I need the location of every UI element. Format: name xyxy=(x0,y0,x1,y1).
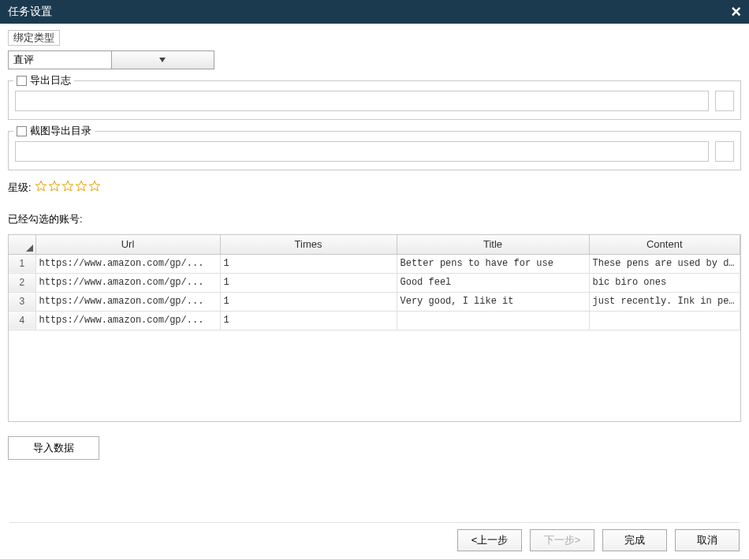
row-number: 3 xyxy=(9,292,35,311)
cell-title[interactable]: Better pens to have for use xyxy=(397,254,589,273)
rating-stars[interactable] xyxy=(35,180,101,195)
star-icon[interactable] xyxy=(48,180,61,195)
row-number: 1 xyxy=(9,254,35,273)
next-button: 下一步> xyxy=(530,529,594,551)
window-title: 任务设置 xyxy=(8,5,52,19)
rating-row: 星级: xyxy=(8,180,741,195)
row-number: 2 xyxy=(9,273,35,292)
bind-type-value: 直评 xyxy=(9,53,111,67)
export-log-checkbox[interactable] xyxy=(17,76,27,86)
svg-marker-2 xyxy=(49,181,59,191)
svg-marker-1 xyxy=(35,181,46,191)
table-row[interactable]: 4https://www.amazon.com/gp/...1 xyxy=(9,311,740,330)
accounts-table: Url Times Title Content 1https://www.ama… xyxy=(9,235,740,330)
bind-type-select[interactable]: 直评 xyxy=(8,50,214,69)
rating-label: 星级: xyxy=(8,181,32,195)
export-log-group: 导出日志 xyxy=(8,80,741,120)
table-corner[interactable] xyxy=(9,235,35,254)
row-number: 4 xyxy=(9,311,35,330)
cell-content[interactable]: just recently. Ink in pens... xyxy=(589,292,740,311)
finish-button[interactable]: 完成 xyxy=(602,529,667,551)
export-log-browse-button[interactable] xyxy=(715,91,734,111)
cell-times[interactable]: 1 xyxy=(220,254,397,273)
selected-accounts-label: 已经勾选的账号: xyxy=(8,212,741,226)
svg-marker-4 xyxy=(76,181,86,191)
cell-times[interactable]: 1 xyxy=(220,311,397,330)
cell-content[interactable]: These pens are used by doc... xyxy=(589,254,740,273)
table-row[interactable]: 1https://www.amazon.com/gp/...1 Better p… xyxy=(9,254,740,273)
content-area: 绑定类型 直评 导出日志 截图导出目录 星级: xyxy=(0,24,749,460)
star-icon[interactable] xyxy=(35,180,47,195)
cell-content[interactable] xyxy=(589,311,740,330)
svg-marker-0 xyxy=(159,58,166,62)
cancel-button[interactable]: 取消 xyxy=(675,529,740,551)
cell-url[interactable]: https://www.amazon.com/gp/... xyxy=(35,311,220,330)
col-header-title[interactable]: Title xyxy=(397,235,589,254)
bind-type-group: 绑定类型 直评 xyxy=(8,30,741,69)
col-header-url[interactable]: Url xyxy=(35,235,220,254)
cell-title[interactable]: Good feel xyxy=(397,273,589,292)
star-icon[interactable] xyxy=(61,180,74,195)
cell-times[interactable]: 1 xyxy=(220,273,397,292)
import-data-button[interactable]: 导入数据 xyxy=(8,436,99,460)
bind-type-legend: 绑定类型 xyxy=(8,30,60,46)
chevron-down-icon[interactable] xyxy=(111,51,214,69)
cell-title[interactable] xyxy=(397,311,589,330)
cell-url[interactable]: https://www.amazon.com/gp/... xyxy=(35,273,220,292)
export-log-path-input[interactable] xyxy=(15,91,709,111)
col-header-content[interactable]: Content xyxy=(589,235,740,254)
table-row[interactable]: 3https://www.amazon.com/gp/...1Very good… xyxy=(9,292,740,311)
svg-marker-3 xyxy=(62,181,73,191)
screenshot-dir-browse-button[interactable] xyxy=(715,141,734,162)
accounts-table-wrap: Url Times Title Content 1https://www.ama… xyxy=(8,234,741,422)
svg-marker-5 xyxy=(89,181,99,191)
export-log-legend: 导出日志 xyxy=(30,73,71,88)
titlebar: 任务设置 × xyxy=(0,0,749,24)
cell-content[interactable]: bic biro ones xyxy=(589,273,740,292)
cell-url[interactable]: https://www.amazon.com/gp/... xyxy=(35,254,220,273)
cell-title[interactable]: Very good, I like it xyxy=(397,292,589,311)
star-icon[interactable] xyxy=(75,180,88,195)
prev-button[interactable]: <上一步 xyxy=(457,529,522,551)
screenshot-dir-checkbox[interactable] xyxy=(17,126,27,136)
table-row[interactable]: 2https://www.amazon.com/gp/...1Good feel… xyxy=(9,273,740,292)
footer-buttons: <上一步 下一步> 完成 取消 xyxy=(9,522,740,551)
col-header-times[interactable]: Times xyxy=(220,235,397,254)
screenshot-dir-path-input[interactable] xyxy=(15,141,709,162)
screenshot-dir-group: 截图导出目录 xyxy=(8,131,741,170)
screenshot-dir-legend: 截图导出目录 xyxy=(30,124,91,138)
cell-url[interactable]: https://www.amazon.com/gp/... xyxy=(35,292,220,311)
close-icon[interactable]: × xyxy=(731,3,741,21)
cell-times[interactable]: 1 xyxy=(220,292,397,311)
star-icon[interactable] xyxy=(88,180,101,195)
